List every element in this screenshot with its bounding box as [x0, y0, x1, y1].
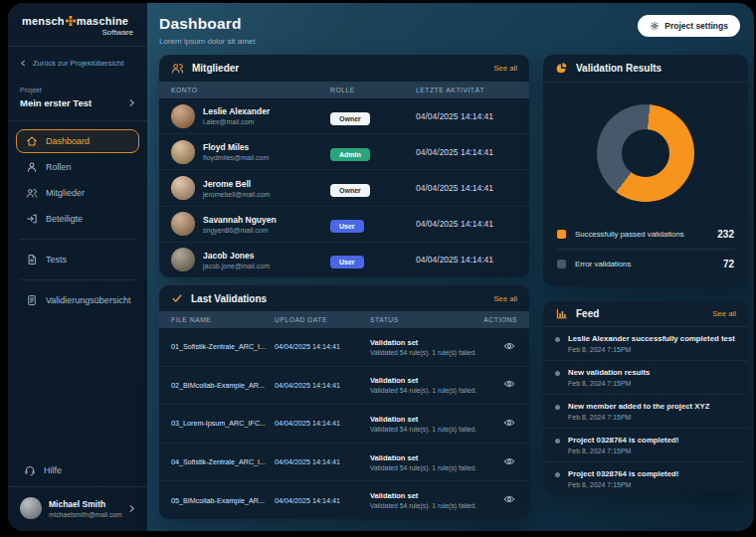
feed-title: Feed	[576, 308, 599, 319]
file-name: 03_Lorem-Ipsum_ARC_IFC...	[171, 419, 275, 428]
feed-item-time: Feb 8, 2024 7:15PM	[568, 346, 735, 353]
chevron-right-icon	[128, 504, 135, 513]
file-name: 02_BIMcollab-Example_AR...	[171, 381, 275, 390]
validation-row: 01_Sofistik-Zentrale_ARC_I... 04/04/2025…	[159, 328, 529, 367]
project-settings-button[interactable]: Project settings	[638, 15, 740, 37]
feed-item[interactable]: New member added to the project XYZFeb 8…	[543, 395, 748, 429]
upload-date: 04/04/2025 14:14:41	[275, 496, 370, 505]
member-email: floydmiles@mail.com	[203, 154, 269, 161]
legend-label-errors: Error validations	[575, 260, 714, 268]
member-name: Leslie Alexander	[203, 106, 270, 116]
upload-date: 04/04/2025 14:14:41	[275, 342, 370, 351]
avatar	[171, 104, 195, 128]
status-subtitle: Validated 54 rule(s). 1 rule(s) failed.	[370, 502, 481, 509]
column-header-status: STATUS	[370, 316, 481, 323]
sidebar-item-dashboard[interactable]: Dashboard	[16, 129, 139, 153]
file-name: 01_Sofistik-Zentrale_ARC_I...	[171, 342, 275, 351]
feed-see-all-link[interactable]: See all	[712, 309, 736, 318]
validations-see-all-link[interactable]: See all	[493, 294, 517, 303]
feed-item-text: Project 0328764 is completed!	[568, 469, 678, 478]
upload-date: 04/04/2025 14:14:41	[275, 419, 370, 428]
file-name: 04_Sofistik-Zentrale_ARC_I...	[171, 457, 275, 466]
role-badge: User	[330, 256, 364, 268]
feed-item[interactable]: Project 0328764 is completed!Feb 8, 2024…	[543, 429, 748, 462]
file-name: 05_BIMcollab-Example_AR...	[171, 496, 275, 505]
project-selector[interactable]: Projekt Mein erster Test	[8, 80, 147, 120]
sidebar-nav: Dashboard Rollen Mitglieder Beteiligte T…	[8, 121, 147, 314]
project-name: Mein erster Test	[20, 97, 128, 108]
legend-swatch-passed	[557, 230, 566, 239]
feed-list: Leslie Alexander successfully completed …	[543, 327, 748, 493]
member-last-activity: 04/04/2025 14:14:41	[416, 183, 517, 193]
chevron-left-icon	[20, 60, 27, 67]
divider	[20, 239, 135, 240]
sidebar-item-mitglieder[interactable]: Mitglieder	[16, 181, 139, 205]
feed-item[interactable]: Project 0328764 is completed!Feb 8, 2024…	[543, 462, 748, 493]
view-button[interactable]	[501, 415, 517, 431]
feed-item[interactable]: New validation resultsFeb 8, 2024 7:15PM	[543, 361, 748, 395]
feed-item[interactable]: Leslie Alexander successfully completed …	[543, 327, 748, 361]
sidebar-item-label: Rollen	[46, 162, 72, 172]
feed-card: Feed See all Leslie Alexander successful…	[543, 301, 748, 493]
pie-chart-icon	[555, 62, 568, 75]
member-row: Jerome Belljeromebell@mail.com Owner 04/…	[159, 170, 529, 206]
upload-date: 04/04/2025 14:14:41	[275, 457, 370, 466]
member-email: l.alex@mail.com	[203, 118, 270, 125]
column-header-konto: KONTO	[171, 87, 330, 93]
status-title: Validation set	[370, 453, 481, 462]
help-link[interactable]: Hilfe	[8, 454, 147, 486]
eye-icon	[503, 493, 515, 505]
bullet-dot-icon	[555, 472, 560, 477]
column-header-upload-date: UPLOAD DATE	[275, 316, 370, 323]
eye-icon	[503, 378, 515, 390]
member-name: Jacob Jones	[203, 251, 270, 261]
member-email: sngyen86@mail.com	[203, 227, 277, 234]
home-icon	[26, 135, 38, 147]
headset-icon	[24, 464, 36, 476]
logo-word-2: maschine	[77, 15, 128, 27]
logo-word-1: mensch	[22, 15, 65, 27]
sidebar-item-label: Dashboard	[46, 136, 90, 146]
legend-value-errors: 72	[723, 259, 734, 269]
view-button[interactable]	[501, 453, 517, 469]
donut-chart	[543, 83, 748, 220]
column-header-file: FILE NAME	[171, 316, 275, 323]
check-icon	[171, 292, 183, 304]
legend-value-passed: 232	[717, 229, 734, 240]
validation-row: 04_Sofistik-Zentrale_ARC_I... 04/04/2025…	[159, 444, 529, 482]
feed-item-time: Feb 8, 2024 7:15PM	[568, 380, 650, 387]
member-email: jeromebell@mail.com	[203, 191, 270, 198]
gear-icon	[650, 21, 660, 31]
view-button[interactable]	[501, 491, 517, 507]
document-list-icon	[26, 294, 38, 306]
sidebar-item-tests[interactable]: Tests	[16, 248, 139, 271]
member-last-activity: 04/04/2025 14:14:41	[416, 219, 517, 229]
member-name: Jerome Bell	[203, 179, 270, 189]
member-row: Jacob Jonesjacob.jone@mail.com User 04/0…	[159, 243, 529, 277]
sidebar: mensch maschine Software Zurück zur Proj…	[8, 3, 147, 531]
sidebar-item-label: Beteiligte	[46, 214, 83, 224]
help-label: Hilfe	[44, 465, 62, 475]
user-profile[interactable]: Michael Smith michaelsmith@mail.com	[8, 487, 147, 531]
avatar	[20, 497, 42, 519]
spacer	[8, 314, 147, 454]
sidebar-item-validierungsuebersicht[interactable]: Validierungsübersicht	[16, 288, 139, 312]
status-title: Validation set	[370, 376, 481, 385]
feed-item-text: Leslie Alexander successfully completed …	[568, 334, 735, 343]
sidebar-item-rollen[interactable]: Rollen	[16, 155, 139, 179]
view-button[interactable]	[501, 376, 517, 392]
status-title: Validation set	[370, 491, 481, 500]
sidebar-item-label: Validierungsübersicht	[46, 295, 130, 305]
back-to-projects-link[interactable]: Zurück zur Projektübersicht	[8, 47, 147, 80]
project-label: Projekt	[20, 87, 135, 93]
members-see-all-link[interactable]: See all	[493, 64, 517, 73]
sidebar-item-beteiligte[interactable]: Beteiligte	[16, 207, 139, 231]
last-validations-card: Last Validations See all FILE NAME UPLOA…	[159, 285, 529, 519]
app-window: mensch maschine Software Zurück zur Proj…	[8, 3, 754, 531]
validations-title: Last Validations	[191, 293, 267, 304]
chevron-right-icon	[128, 98, 135, 107]
view-button[interactable]	[501, 338, 517, 354]
members-table-header: KONTO ROLLE LETZTE AKTIVITÄT	[159, 82, 529, 98]
member-last-activity: 04/04/2025 14:14:41	[416, 255, 517, 265]
donut-hole	[622, 129, 669, 177]
